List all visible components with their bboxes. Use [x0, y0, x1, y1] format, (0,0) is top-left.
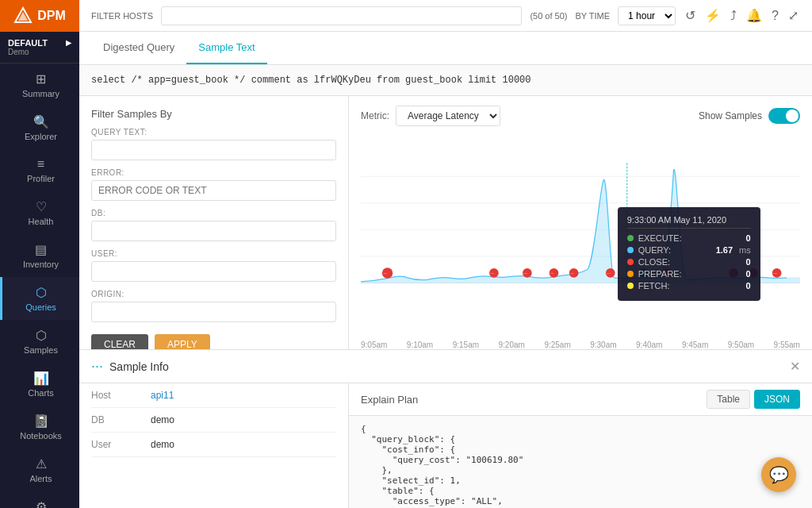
tab-digested-query[interactable]: Digested Query — [91, 32, 186, 64]
query-key: QUERY: — [638, 245, 711, 255]
sidebar-item-samples[interactable]: ⬡ Samples — [0, 320, 79, 363]
samples-icon: ⬡ — [36, 328, 47, 343]
filter-label-origin: ORIGIN: — [91, 290, 336, 298]
explain-tab-table[interactable]: Table — [707, 390, 750, 409]
sidebar-item-queries[interactable]: ⬡ Queries — [0, 277, 79, 320]
share-icon[interactable]: ⤴ — [729, 7, 738, 25]
content-area: Digested Query Sample Text select /* app… — [79, 32, 812, 508]
detail-value-host[interactable]: api11 — [151, 390, 174, 401]
show-samples-toggle[interactable] — [768, 108, 800, 124]
sidebar-item-label: Samples — [24, 345, 58, 355]
apply-button[interactable]: APPLY — [155, 334, 210, 349]
sidebar-item-settings[interactable]: ⚙ Settings — [0, 491, 79, 508]
app-title: DPM — [37, 9, 66, 23]
tooltip-row-close: CLOSE: 0 — [627, 257, 751, 267]
filter-label-error: ERROR: — [91, 168, 336, 177]
detail-row-host: Host api11 — [91, 383, 336, 408]
filter-input-origin[interactable] — [91, 302, 336, 322]
sidebar-item-inventory[interactable]: ▤ Inventory — [0, 234, 79, 277]
alerts-icon: ⚠ — [36, 456, 47, 471]
tooltip-row-execute: EXECUTE: 0 — [627, 233, 751, 243]
execute-val: 0 — [746, 233, 751, 243]
bottom-section: ··· Sample Info ✕ Host api11 DB demo — [79, 349, 812, 508]
explain-tab-json[interactable]: JSON — [754, 390, 800, 409]
filter-input-db[interactable] — [91, 221, 336, 241]
filter-title: Filter Samples By — [91, 108, 336, 120]
sidebar-env[interactable]: DEFAULT ▶ Demo — [0, 32, 79, 64]
execute-key: EXECUTE: — [638, 233, 741, 243]
by-time-label: BY TIME — [575, 11, 610, 21]
tab-sample-text[interactable]: Sample Text — [186, 32, 266, 64]
close-dot — [627, 259, 634, 265]
explorer-icon: 🔍 — [33, 114, 49, 129]
sample-info-close-button[interactable]: ✕ — [790, 359, 800, 374]
filter-hosts-label: FILTER HOSTS — [91, 11, 153, 21]
sidebar-item-alerts[interactable]: ⚠ Alerts — [0, 448, 79, 491]
sample-info-icon: ··· — [91, 358, 103, 375]
close-val: 0 — [746, 257, 751, 267]
explain-json: { "query_block": { "cost_info": { "query… — [361, 424, 800, 508]
detail-value-user: demo — [151, 439, 174, 450]
sidebar-item-label: Charts — [28, 388, 53, 398]
chart-area: ··· ··· ··· ··· ··· ··· ··· ··· ··· ··· … — [349, 136, 812, 341]
prepare-val: 0 — [746, 269, 751, 279]
notifications-icon[interactable]: 🔔 — [745, 6, 764, 25]
detail-label-db: DB — [91, 414, 139, 425]
chart-panel: Metric: Average Latency Show Samples — [349, 96, 812, 349]
metric-select[interactable]: Average Latency — [396, 106, 500, 126]
sidebar: DPM DEFAULT ▶ Demo ⊞ Summary 🔍 Explorer … — [0, 0, 79, 508]
sidebar-item-summary[interactable]: ⊞ Summary — [0, 64, 79, 106]
fetch-dot — [627, 283, 634, 289]
chart-header: Metric: Average Latency Show Samples — [349, 96, 812, 136]
tooltip-title: 9:33:00 AM May 11, 2020 — [627, 215, 751, 229]
profiler-icon: ≡ — [37, 157, 44, 171]
explain-title: Explain Plan — [361, 394, 418, 406]
query-dot — [627, 247, 634, 253]
xaxis-label: 9:15am — [453, 341, 479, 349]
filter-input-error[interactable] — [91, 180, 336, 201]
chat-fab[interactable]: 💬 — [761, 457, 796, 492]
xaxis-label: 9:25am — [544, 341, 570, 349]
detail-row-user: User demo — [91, 433, 336, 457]
xaxis-label: 9:05am — [361, 341, 387, 349]
sidebar-item-explorer[interactable]: 🔍 Explorer — [0, 106, 79, 149]
clear-button[interactable]: CLEAR — [91, 334, 148, 349]
activity-icon[interactable]: ⚡ — [703, 6, 722, 25]
prepare-key: PREPARE: — [638, 269, 741, 279]
sample-info-title: ··· Sample Info — [91, 358, 169, 375]
chat-icon: 💬 — [769, 465, 789, 484]
notebooks-icon: 📓 — [33, 414, 49, 429]
tooltip-row-query: QUERY: 1.67 ms — [627, 245, 751, 255]
header-icons: ↺ ⚡ ⤴ 🔔 ? ⤢ — [684, 6, 800, 25]
filter-label-db: DB: — [91, 209, 336, 217]
filter-label-user: USER: — [91, 249, 336, 258]
detail-value-db: demo — [151, 414, 174, 425]
time-select[interactable]: 1 hour — [618, 6, 676, 25]
svg-text:···: ··· — [772, 271, 777, 276]
panels: Filter Samples By QUERY TEXT: ERROR: DB:… — [79, 96, 812, 349]
refresh-icon[interactable]: ↺ — [684, 6, 697, 25]
xaxis-label: 9:40am — [636, 341, 662, 349]
bottom-panels: Host api11 DB demo User demo Expla — [79, 383, 812, 508]
fetch-val: 0 — [746, 281, 751, 291]
sidebar-item-label: Health — [29, 217, 54, 226]
sql-display: select /* app=guest_book */ comment as l… — [79, 65, 812, 96]
filter-input-user[interactable] — [91, 261, 336, 282]
env-name: DEFAULT ▶ — [8, 38, 71, 48]
filter-input-querytext[interactable] — [91, 140, 336, 160]
main-content: FILTER HOSTS (50 of 50) BY TIME 1 hour ↺… — [79, 0, 812, 508]
fullscreen-icon[interactable]: ⤢ — [787, 6, 800, 25]
charts-icon: 📊 — [33, 371, 49, 386]
sidebar-item-label: Explorer — [25, 132, 57, 141]
show-samples-area: Show Samples — [699, 108, 800, 124]
sidebar-item-charts[interactable]: 📊 Charts — [0, 363, 79, 406]
sidebar-item-label: Summary — [22, 89, 59, 98]
query-unit: ms — [739, 245, 751, 255]
sidebar-item-profiler[interactable]: ≡ Profiler — [0, 149, 79, 191]
inventory-icon: ▤ — [35, 242, 47, 257]
sidebar-item-notebooks[interactable]: 📓 Notebooks — [0, 406, 79, 448]
filter-hosts-input[interactable] — [161, 6, 522, 25]
help-icon[interactable]: ? — [770, 7, 780, 25]
sidebar-item-health[interactable]: ♡ Health — [0, 191, 79, 234]
svg-text:···: ··· — [550, 271, 554, 276]
